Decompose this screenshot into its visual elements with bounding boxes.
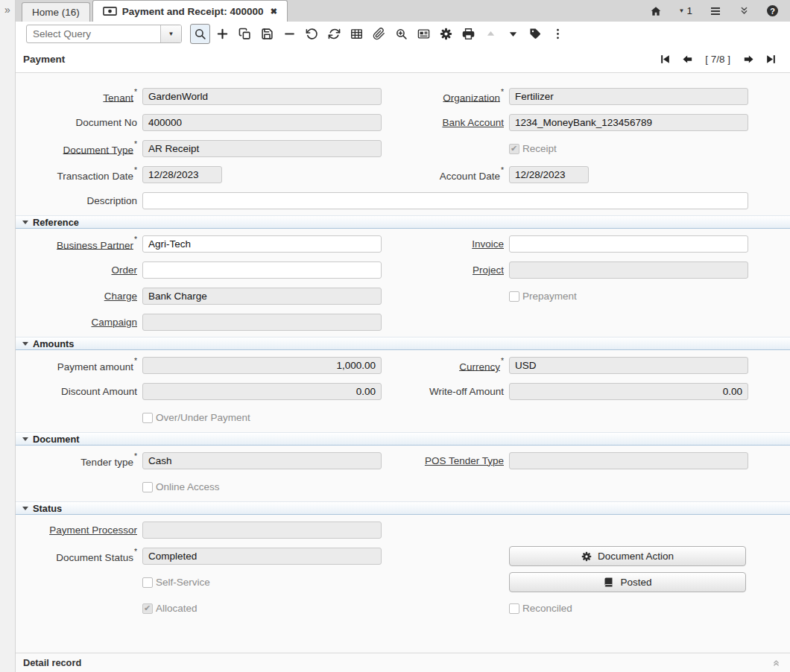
payment-processor-label[interactable]: Payment Processor — [49, 524, 137, 536]
document-type-label[interactable]: Document Type* — [63, 142, 137, 156]
scroll-down-button[interactable] — [503, 24, 523, 44]
checkbox-box[interactable] — [142, 577, 153, 588]
home-button[interactable] — [650, 5, 662, 17]
order-label[interactable]: Order — [111, 264, 137, 276]
customize-button[interactable] — [436, 24, 456, 44]
page-title: Payment — [23, 54, 65, 65]
combo-dropdown-button[interactable]: ▼ — [160, 25, 181, 42]
checkbox-box[interactable] — [142, 603, 153, 614]
tenant-label[interactable]: Tenant* — [103, 89, 137, 104]
business-partner-field[interactable]: Agri-Tech — [142, 235, 382, 253]
save-button[interactable] — [257, 24, 277, 44]
attachment-button[interactable] — [369, 24, 389, 44]
over-under-payment-checkbox[interactable]: Over/Under Payment — [142, 412, 382, 423]
detail-record-bar[interactable]: Detail record — [16, 653, 790, 672]
description-field[interactable] — [142, 192, 748, 209]
invoice-field[interactable] — [509, 235, 748, 253]
receipt-checkbox[interactable]: Receipt — [509, 143, 748, 154]
label-text: POS Tender Type — [425, 455, 504, 466]
checkbox-box[interactable] — [509, 603, 519, 614]
charge-field[interactable]: Bank Charge — [142, 288, 382, 305]
expand-sidebar-icon[interactable]: » — [4, 4, 10, 16]
previous-record-button[interactable] — [678, 51, 696, 68]
chevron-down-icon: ▼ — [168, 31, 174, 37]
undo-button[interactable] — [302, 24, 322, 44]
allocated-checkbox[interactable]: Allocated — [142, 603, 382, 614]
section-header-amounts[interactable]: Amounts — [16, 337, 790, 350]
charge-label[interactable]: Charge — [104, 291, 137, 302]
menu-button[interactable] — [710, 5, 721, 17]
campaign-field[interactable] — [142, 314, 382, 331]
section-header-status[interactable]: Status — [16, 501, 790, 515]
double-chevron-up-icon[interactable] — [771, 658, 781, 668]
more-button[interactable] — [548, 24, 568, 44]
pos-tender-type-label[interactable]: POS Tender Type — [425, 455, 504, 467]
campaign-label[interactable]: Campaign — [91, 317, 137, 329]
bank-account-field[interactable]: 1234_MoneyBank_123456789 — [509, 114, 748, 131]
account-date-field[interactable]: 12/28/2023 — [509, 166, 589, 183]
expand-all-button[interactable] — [739, 5, 750, 16]
new-button[interactable] — [212, 24, 233, 44]
help-icon: ? — [767, 5, 778, 16]
pos-tender-type-field[interactable] — [509, 452, 748, 469]
print-button[interactable] — [458, 24, 478, 44]
tab-home-16[interactable]: Home (16) — [22, 2, 90, 22]
checkbox-box[interactable] — [509, 291, 519, 302]
currency-field[interactable]: USD — [509, 357, 748, 374]
checkbox-box[interactable] — [509, 144, 519, 154]
currency-label[interactable]: Currency* — [459, 358, 504, 373]
organization-label[interactable]: Organization* — [443, 89, 504, 104]
last-record-button[interactable] — [762, 51, 780, 68]
search-button[interactable] — [190, 24, 210, 44]
checkbox-box[interactable] — [142, 482, 153, 492]
copy-button[interactable] — [235, 24, 255, 44]
posted-button[interactable]: Posted — [509, 572, 746, 592]
document-action-button[interactable]: Document Action — [509, 546, 746, 566]
label-text: Business Partner — [57, 239, 133, 250]
write-off-amount-field[interactable]: 0.00 — [509, 383, 748, 400]
reconciled-checkbox[interactable]: Reconciled — [509, 603, 748, 614]
first-record-button[interactable] — [656, 51, 674, 68]
grid-view-button[interactable] — [347, 24, 367, 44]
online-access-checkbox[interactable]: Online Access — [142, 481, 382, 492]
invoice-label[interactable]: Invoice — [472, 238, 504, 250]
tenant-field[interactable]: GardenWorld — [142, 88, 382, 105]
organization-field[interactable]: Fertilizer — [509, 88, 748, 105]
label-text: Payment Processor — [49, 524, 137, 536]
transaction-date-field[interactable]: 12/28/2023 — [142, 166, 222, 183]
tender-type-field[interactable]: Cash — [142, 452, 382, 469]
bank-account-label[interactable]: Bank Account — [442, 117, 504, 129]
project-label[interactable]: Project — [473, 264, 504, 276]
tab-payment-and-receipt-400000[interactable]: Payment and Receipt: 400000✖ — [92, 0, 288, 22]
window-switcher-button[interactable]: ▼ 1 — [679, 5, 692, 16]
business-partner-label[interactable]: Business Partner* — [57, 237, 137, 251]
form-panel: Tenant*GardenWorldOrganization*Fertilize… — [16, 72, 790, 672]
discount-amount-field[interactable]: 0.00 — [142, 383, 382, 400]
tender-type-label: Tender type* — [80, 454, 137, 468]
scroll-up-button[interactable] — [481, 24, 501, 44]
self-service-checkbox[interactable]: Self-Service — [142, 577, 382, 588]
project-field[interactable] — [509, 261, 748, 279]
section-header-document[interactable]: Document — [16, 432, 790, 446]
help-button[interactable]: ? — [767, 5, 778, 16]
select-query-combobox[interactable]: Select Query ▼ — [26, 25, 182, 43]
prepayment-checkbox[interactable]: Prepayment — [509, 291, 748, 302]
section-header-reference[interactable]: Reference — [16, 215, 790, 229]
payment-processor-field[interactable] — [142, 522, 382, 539]
document-type-field[interactable]: AR Receipt — [142, 140, 382, 157]
form-row: Tender type*CashPOS Tender Type — [16, 448, 790, 474]
close-icon[interactable]: ✖ — [271, 7, 277, 16]
report-button[interactable] — [414, 24, 434, 44]
order-field[interactable] — [142, 261, 382, 279]
collapse-triangle-icon — [22, 221, 28, 224]
payment-amount-field[interactable]: 1,000.00 — [142, 357, 382, 374]
collapse-triangle-icon — [22, 437, 28, 441]
next-record-button[interactable] — [739, 51, 757, 68]
delete-button[interactable] — [279, 24, 300, 44]
checkbox-box[interactable] — [142, 413, 153, 423]
document-no-field[interactable]: 400000 — [142, 114, 382, 131]
zoom-across-button[interactable] — [391, 24, 411, 44]
label-button[interactable] — [525, 24, 546, 44]
refresh-button[interactable] — [324, 24, 344, 44]
document-status-field[interactable]: Completed — [142, 548, 382, 565]
